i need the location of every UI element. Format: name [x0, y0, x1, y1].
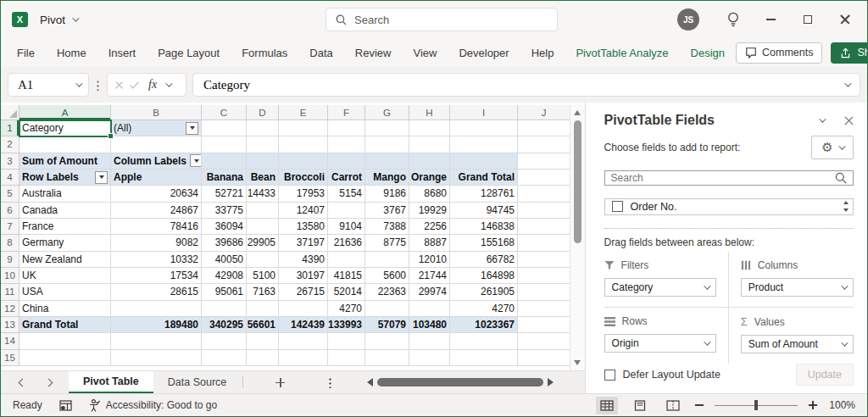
cell-F9[interactable]: [328, 252, 365, 268]
select-all-corner[interactable]: [1, 105, 19, 120]
cell-H8[interactable]: 8887: [409, 235, 450, 251]
scroll-right-icon[interactable]: [548, 378, 554, 386]
ribbon-tab-home[interactable]: Home: [46, 40, 97, 66]
cell-I7[interactable]: 146838: [450, 219, 518, 235]
cell-A12[interactable]: China: [19, 301, 111, 317]
cell-E5[interactable]: 17953: [279, 186, 328, 202]
cell-A2[interactable]: [19, 136, 111, 153]
cell-C4[interactable]: Banana: [202, 170, 247, 186]
cell-C7[interactable]: 36094: [202, 219, 247, 235]
cell-B4[interactable]: Apple: [111, 170, 202, 186]
row-header-9[interactable]: 9: [1, 252, 19, 268]
row-header-10[interactable]: 10: [1, 268, 19, 284]
cell-I6[interactable]: 94745: [450, 203, 518, 219]
cell-C2[interactable]: [202, 136, 247, 153]
cell-C11[interactable]: 95061: [202, 284, 247, 300]
cell-B6[interactable]: 24867: [111, 203, 202, 219]
page-layout-view-button[interactable]: [629, 397, 651, 414]
cell-H9[interactable]: 12010: [409, 252, 450, 268]
cell-G13[interactable]: 57079: [365, 317, 409, 333]
search-box[interactable]: Search: [326, 8, 558, 31]
cell-H2[interactable]: [409, 136, 450, 153]
cell-H10[interactable]: 21744: [409, 268, 450, 284]
horizontal-scrollbar[interactable]: [367, 378, 554, 386]
spinner-down-icon[interactable]: [843, 208, 849, 212]
ideas-lightbulb-icon[interactable]: [715, 1, 752, 38]
column-labels-dropdown-button[interactable]: [190, 154, 202, 167]
cell-J7[interactable]: [518, 219, 570, 235]
cell-H4[interactable]: Orange: [409, 170, 450, 186]
cell-H3[interactable]: [409, 153, 450, 170]
cell-C5[interactable]: 52721: [202, 186, 247, 202]
maximize-button[interactable]: [789, 1, 826, 38]
cell-J3[interactable]: [518, 153, 570, 170]
cell-H12[interactable]: [409, 301, 450, 317]
cell-F10[interactable]: 41815: [328, 268, 365, 284]
enter-icon[interactable]: [130, 79, 139, 88]
cell-G11[interactable]: 22363: [365, 284, 409, 300]
cell-C6[interactable]: 33775: [202, 203, 247, 219]
cell-C3[interactable]: [202, 153, 247, 170]
cell-D10[interactable]: 5100: [247, 268, 279, 284]
cell-J13[interactable]: [518, 317, 570, 333]
cell-H1[interactable]: [409, 120, 450, 136]
next-sheet-icon[interactable]: [45, 378, 53, 386]
ribbon-tab-help[interactable]: Help: [520, 40, 565, 66]
cell-A8[interactable]: Germany: [19, 235, 111, 251]
cell-H6[interactable]: 19929: [409, 203, 450, 219]
cell-C15[interactable]: [202, 350, 247, 366]
cell-E13[interactable]: 142439: [279, 317, 328, 333]
ribbon-tab-view[interactable]: View: [402, 40, 448, 66]
cell-J15[interactable]: [518, 350, 570, 366]
cell-B11[interactable]: 28615: [111, 284, 202, 300]
cell-G15[interactable]: [365, 350, 409, 366]
scroll-left-icon[interactable]: [367, 378, 373, 386]
cell-G9[interactable]: [365, 252, 409, 268]
cell-D14[interactable]: [247, 333, 279, 349]
ribbon-tab-data[interactable]: Data: [298, 40, 343, 66]
report-filter-dropdown-button[interactable]: [186, 122, 198, 135]
row-header-11[interactable]: 11: [1, 284, 19, 300]
field-item-order-no[interactable]: Order No.: [605, 199, 838, 214]
cell-G4[interactable]: Mango: [365, 170, 409, 186]
update-button[interactable]: Update: [796, 364, 854, 386]
cell-A5[interactable]: Australia: [19, 186, 111, 202]
cell-B1[interactable]: (All): [111, 120, 202, 136]
zoom-in-button[interactable]: [809, 401, 817, 409]
zoom-out-button[interactable]: [695, 404, 704, 406]
cell-B9[interactable]: 10332: [111, 252, 202, 268]
cell-A3[interactable]: Sum of Amount: [19, 153, 111, 170]
cell-I4[interactable]: Grand Total: [450, 170, 518, 186]
row-header-5[interactable]: 5: [1, 186, 19, 202]
cell-I15[interactable]: [450, 350, 518, 366]
name-box[interactable]: A1: [8, 73, 89, 97]
cell-B7[interactable]: 78416: [111, 219, 202, 235]
rows-field-dropdown[interactable]: Origin: [604, 334, 716, 353]
cell-F15[interactable]: [328, 350, 365, 366]
cell-A14[interactable]: [19, 333, 111, 349]
columns-field-dropdown[interactable]: Product: [741, 278, 854, 297]
cell-A13[interactable]: Grand Total: [19, 317, 111, 333]
cell-E14[interactable]: [279, 333, 328, 349]
ribbon-tab-pivottable-analyze[interactable]: PivotTable Analyze: [565, 40, 679, 66]
cell-E10[interactable]: 30197: [279, 268, 328, 284]
cell-E15[interactable]: [279, 350, 328, 366]
cell-B12[interactable]: [111, 301, 202, 317]
filters-field-dropdown[interactable]: Category: [604, 278, 716, 297]
close-button[interactable]: [826, 1, 864, 38]
cell-I5[interactable]: 128761: [450, 186, 518, 202]
ribbon-tab-developer[interactable]: Developer: [448, 40, 520, 66]
cell-G8[interactable]: 8775: [365, 235, 409, 251]
cell-J8[interactable]: [518, 235, 570, 251]
cell-G6[interactable]: 3767: [365, 203, 409, 219]
cell-H13[interactable]: 103480: [409, 317, 450, 333]
cell-I2[interactable]: [450, 136, 518, 153]
cell-H11[interactable]: 29974: [409, 284, 450, 300]
cell-J10[interactable]: [518, 268, 570, 284]
cell-I11[interactable]: 261905: [450, 284, 518, 300]
pane-collapse-icon[interactable]: [819, 115, 826, 122]
cell-G10[interactable]: 5600: [365, 268, 409, 284]
cell-D1[interactable]: [247, 120, 279, 136]
defer-layout-checkbox[interactable]: [604, 370, 615, 381]
cell-I1[interactable]: [450, 120, 518, 136]
